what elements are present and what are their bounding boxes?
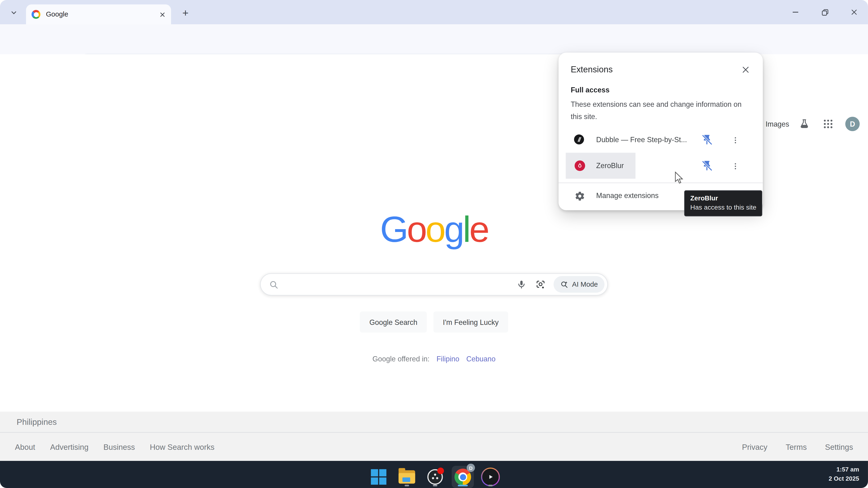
window-close-button[interactable] xyxy=(841,0,867,24)
chevron-down-icon xyxy=(10,9,18,17)
kebab-menu-icon xyxy=(731,162,739,170)
apps-grid-icon xyxy=(823,119,833,129)
extension-name: Dubble — Free Step-by-St... xyxy=(596,135,687,144)
tab-strip: Google + xyxy=(0,0,868,24)
footer-link-business[interactable]: Business xyxy=(103,442,135,451)
recording-badge xyxy=(437,467,444,474)
kebab-menu-icon xyxy=(731,136,739,144)
footer-link-about[interactable]: About xyxy=(15,442,35,451)
avatar-letter: D xyxy=(850,120,855,128)
tab-search-button[interactable] xyxy=(5,4,22,21)
avatar-letter: D xyxy=(469,465,472,470)
window-minimize-button[interactable] xyxy=(783,0,808,24)
minimize-icon xyxy=(792,9,799,15)
manage-extensions-label: Manage extensions xyxy=(596,191,659,200)
lens-search-icon[interactable] xyxy=(535,279,546,290)
pin-toggle-button[interactable] xyxy=(701,134,713,146)
folder-icon xyxy=(399,470,415,484)
media-player-icon xyxy=(481,467,500,486)
windows-logo-icon xyxy=(371,469,386,485)
zeroblur-icon xyxy=(574,160,585,171)
page-footer: Philippines About Advertising Business H… xyxy=(0,412,868,461)
popup-description: These extensions can see and change info… xyxy=(571,99,743,123)
pin-toggle-button[interactable] xyxy=(701,160,713,172)
language-link-filipino[interactable]: Filipino xyxy=(437,355,460,363)
images-link[interactable]: Images xyxy=(766,120,789,128)
extensions-popup: Extensions Full access These extensions … xyxy=(559,53,763,210)
logo-letter: o xyxy=(426,209,444,250)
logo-letter: l xyxy=(463,209,469,250)
footer-link-how-search-works[interactable]: How Search works xyxy=(150,442,214,451)
windows-taskbar: D 1:57 am 2 Oct 2025 xyxy=(0,461,868,488)
google-search-button[interactable]: Google Search xyxy=(360,312,427,332)
extension-name: ZeroBlur xyxy=(596,161,624,170)
search-icon xyxy=(269,280,279,289)
footer-link-settings[interactable]: Settings xyxy=(825,442,853,451)
restore-icon xyxy=(821,8,829,16)
flask-icon xyxy=(799,118,810,129)
taskbar-clock[interactable]: 1:57 am 2 Oct 2025 xyxy=(829,465,859,484)
obs-icon xyxy=(427,469,443,485)
account-button[interactable]: D xyxy=(845,117,860,131)
tooltip-title: ZeroBlur xyxy=(690,194,756,203)
clock-time: 1:57 am xyxy=(829,465,859,474)
ai-mode-button[interactable]: AI Mode xyxy=(554,276,604,293)
voice-search-icon[interactable] xyxy=(517,280,527,289)
offered-in-row: Google offered in: Filipino Cebuano xyxy=(0,355,868,363)
close-icon xyxy=(851,9,857,15)
popup-title: Extensions xyxy=(571,65,613,75)
new-tab-button[interactable]: + xyxy=(178,5,193,20)
popup-close-button[interactable] xyxy=(739,64,752,76)
browser-tab[interactable]: Google xyxy=(26,4,171,24)
language-link-cebuano[interactable]: Cebuano xyxy=(466,355,496,363)
offered-in-prefix: Google offered in: xyxy=(372,355,430,363)
logo-letter: G xyxy=(380,209,407,250)
footer-link-privacy[interactable]: Privacy xyxy=(742,442,768,451)
footer-link-advertising[interactable]: Advertising xyxy=(50,442,89,451)
chrome-profile-badge: D xyxy=(467,464,475,472)
search-buttons-row: Google Search I'm Feeling Lucky xyxy=(0,312,868,332)
popup-divider xyxy=(559,183,763,183)
logo-letter: o xyxy=(407,209,426,250)
pin-slash-icon xyxy=(701,160,713,172)
gear-icon xyxy=(574,190,585,201)
extension-menu-button[interactable] xyxy=(729,160,741,172)
logo-letter: e xyxy=(469,209,488,250)
footer-link-terms[interactable]: Terms xyxy=(786,442,807,451)
feeling-lucky-button[interactable]: I'm Feeling Lucky xyxy=(434,312,508,332)
extension-menu-button[interactable] xyxy=(729,134,741,146)
search-labs-button[interactable] xyxy=(799,118,810,132)
pin-slash-icon xyxy=(701,134,713,146)
clock-date: 2 Oct 2025 xyxy=(829,474,859,484)
start-button[interactable] xyxy=(368,466,390,488)
window-restore-button[interactable] xyxy=(812,0,838,24)
zeroblur-tooltip: ZeroBlur Has access to this site xyxy=(684,190,763,216)
google-apps-button[interactable] xyxy=(823,119,833,131)
screen: Google + xyxy=(0,0,868,488)
tab-close-icon[interactable] xyxy=(159,11,165,18)
browser-toolbar: google.com // D xyxy=(0,24,868,54)
favicon-google-icon xyxy=(32,10,40,19)
tooltip-body: Has access to this site xyxy=(690,203,756,212)
close-icon xyxy=(742,66,750,73)
mouse-cursor xyxy=(673,172,685,185)
extension-row-dubble[interactable]: // Dubble — Free Step-by-St... xyxy=(559,128,763,153)
search-box[interactable]: AI Mode xyxy=(260,273,608,295)
popup-section-heading: Full access xyxy=(571,86,610,94)
ai-mode-label: AI Mode xyxy=(572,281,598,288)
logo-letter: g xyxy=(444,209,463,250)
footer-country: Philippines xyxy=(17,417,57,427)
dubble-icon: // xyxy=(574,134,584,144)
ai-mode-icon xyxy=(560,280,569,289)
extension-row-zeroblur[interactable]: ZeroBlur xyxy=(559,153,763,179)
tab-title: Google xyxy=(46,10,159,19)
account-avatar: D xyxy=(845,117,860,131)
